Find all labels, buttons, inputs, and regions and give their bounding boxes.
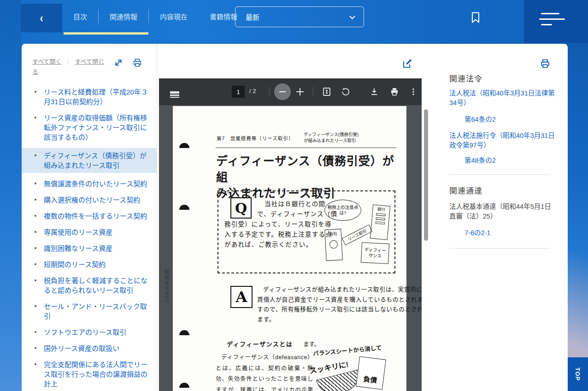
q-glyph: Q (230, 197, 252, 219)
menu-icon (539, 13, 566, 25)
binder-hole (179, 330, 189, 335)
expand-panel-button[interactable] (113, 58, 123, 68)
fit-page-button[interactable] (321, 86, 332, 97)
fit-page-icon (322, 87, 331, 96)
notice-title: 法人税基本通達（昭和44年5月1日直審（法）25） (449, 202, 556, 221)
toc-list: リース料と経費処理（平成20年３月31日以前契約分） リース資産の取得価額（所有… (22, 87, 157, 391)
bookmark-icon (469, 11, 482, 24)
expand-all-link[interactable]: すべて開く (32, 58, 62, 65)
head-rule (216, 148, 396, 148)
more-options-button[interactable] (408, 86, 419, 97)
pdf-scrollbar-track[interactable] (422, 78, 429, 391)
pdf-scrollbar-thumb[interactable] (424, 109, 428, 241)
printer-icon (540, 58, 551, 69)
bookmark-button[interactable] (469, 11, 482, 24)
related-notices-heading: 関連通達 (449, 184, 482, 196)
toc-item[interactable]: 購入選択権の付いたリース契約 (22, 195, 157, 205)
balance-sheet-cartoon: バランスシートから消して スッキリに! 負債 (309, 346, 399, 391)
tab-naiyo-genzai[interactable]: 内容現在 (149, 0, 199, 32)
version-dropdown[interactable]: 最新 (235, 6, 364, 27)
binder-hole (179, 205, 189, 210)
version-dropdown-value: 最新 (246, 12, 259, 22)
printer-icon (390, 87, 399, 96)
rotate-ccw-icon (341, 87, 350, 96)
toc-item[interactable]: セール・アンド・リースバック取引 (22, 301, 157, 321)
menu-button[interactable] (539, 13, 566, 29)
page-number-input[interactable]: 1 (232, 86, 245, 98)
law-link[interactable]: 法人税法（昭和40年3月31日法律第34号） (449, 89, 556, 108)
question-cartoon: 税務上の注意点は? 銀行 当社 リース取引 ディフィーザンス (323, 199, 393, 269)
zoom-out-button[interactable] (274, 83, 291, 100)
defeasance-paper: ディフィーザンス (361, 242, 389, 264)
active-tab-underline (64, 32, 148, 35)
question-box: Q 当社はＢ銀行との間 で、ディフィーザンス（債 務引受）によって、リース取引を… (218, 190, 395, 273)
tab-bar: 目次 関連情報 内容現在 書籍情報 (62, 0, 248, 32)
scroll-to-top-button[interactable]: TOP (568, 357, 588, 391)
toc-item[interactable]: 専属使用のリース資産 (22, 227, 157, 237)
related-info-panel: 関連法令 法人税法（昭和40年3月31日法律第34号） 第64条の2 法人税法施… (449, 44, 568, 391)
law-article-link[interactable]: 第64条の2 (465, 114, 496, 124)
toc-item[interactable]: 識別困難なリース資産 (22, 243, 157, 254)
zoom-in-button[interactable] (295, 87, 305, 96)
top-button-label: TOP (575, 367, 582, 381)
toc-item[interactable]: 税負担を著しく軽減することになると認められないリース取引 (22, 275, 157, 296)
toolbar-separator (313, 87, 313, 97)
download-icon (370, 87, 379, 96)
link-separator: ｜ (65, 58, 71, 65)
a-glyph: A (230, 286, 253, 308)
print-related-button[interactable] (540, 58, 551, 69)
toc-item[interactable]: ソフトウエアのリース取引 (22, 327, 157, 338)
printer-icon (132, 58, 142, 68)
law-link[interactable]: 法人税法施行令（昭和40年3月31日政令第97号） (449, 131, 556, 150)
question-text-line: 入する予定です。税務上注意する点 (224, 229, 332, 238)
divider (449, 248, 550, 249)
pdf-page: 第7 営業経費等〔リース取引〕 ディフィーザンス(債務引受) が組み込まれたリー… (173, 106, 406, 391)
edit-note-icon (402, 58, 413, 69)
back-chevron-icon: ‹ (40, 11, 43, 25)
cartoon-caption: バランスシートから消して (312, 343, 382, 358)
download-button[interactable] (369, 86, 380, 97)
page-total-label: / 2 (249, 88, 256, 95)
page-running-head-right: ディフィーザンス(債務引受) が組み込まれたリース取引 (304, 132, 359, 143)
toc-item[interactable]: 短期間のリース契約 (22, 259, 157, 270)
toolbar-separator (270, 87, 270, 97)
bank-building: 銀行 (370, 204, 390, 240)
law-article-link[interactable]: 第48条の2 (465, 155, 496, 165)
diagonal-expand-icon (113, 58, 123, 68)
kebab-menu-icon (409, 88, 417, 96)
main-content-panel: すべて開く｜すべて閉じる リース料と経費処理（平 (22, 44, 568, 391)
pdf-menu-button[interactable] (169, 86, 180, 97)
minus-icon (279, 91, 286, 92)
margin-note-vertical: 税務手引五三 (163, 270, 170, 303)
binder-hole (179, 143, 189, 148)
pdf-canvas-area: 第7 営業経費等〔リース取引〕 ディフィーザンス(債務引受) が組み込まれたリー… (159, 105, 422, 391)
speech-bubble: 税務上の注意点は? (324, 200, 361, 221)
sidebar-header: すべて開く｜すべて閉じる (32, 57, 152, 77)
wallpaper-left-strip (0, 0, 22, 391)
toc-item[interactable]: 完全支配関係にある法人間でリース取引を行った場合の譲渡損益の計上 (22, 359, 157, 389)
print-pdf-button[interactable] (389, 86, 400, 97)
answer-text: ディフィーザンスが組み込まれたリース取引は、実質的に 賃借人が自己資金でリース資… (257, 284, 400, 324)
section-heading: ディフィーザンスとは (227, 339, 293, 348)
toc-item[interactable]: リース資産の取得価額（所有権移転外ファイナンス・リース取引に該当するもの） (22, 113, 157, 142)
toc-item[interactable]: リース料と経費処理（平成20年３月31日以前契約分） (22, 87, 157, 107)
tab-mokuji[interactable]: 目次 (62, 0, 98, 32)
body-paragraph: ディフィーザンス（defeasance）とは、広義には、契約の破棄・無効、失効条… (216, 352, 313, 391)
back-button[interactable]: ‹ (21, 4, 62, 32)
company-figure: 当社 (324, 229, 343, 261)
toc-item[interactable]: 複数の物件を一括するリース契約 (22, 211, 157, 221)
rotate-button[interactable] (340, 86, 351, 97)
toc-item[interactable]: 無償譲渡条件の付いたリース契約 (22, 178, 157, 189)
toc-item[interactable]: 国外リース資産の取扱い (22, 343, 157, 354)
notice-article-link[interactable]: 7-6の2-1 (465, 227, 490, 237)
related-laws-heading: 関連法令 (449, 72, 482, 84)
tab-kanren-joho[interactable]: 関連情報 (99, 0, 148, 32)
hamburger-icon (170, 91, 179, 93)
divider (449, 174, 550, 175)
liability-paper: 負債 (356, 356, 386, 390)
toc-item-selected[interactable]: ディフィーザンス（債務引受）が組み込まれたリース取引 (22, 148, 157, 173)
expand-collapse-links: すべて開く｜すべて閉じる (32, 57, 105, 77)
note-edit-button[interactable] (402, 58, 413, 69)
page-running-head: 第7 営業経費等〔リース取引〕 (217, 135, 294, 142)
print-toc-button[interactable] (132, 58, 142, 68)
